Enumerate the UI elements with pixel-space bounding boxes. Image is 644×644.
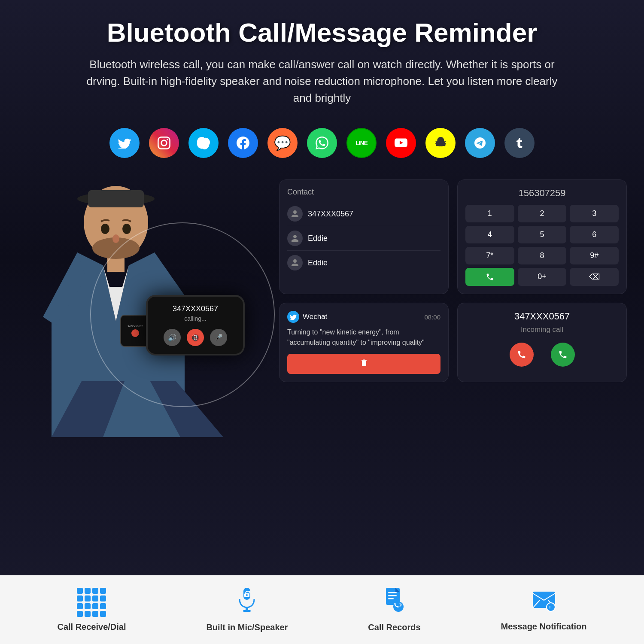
telegram-icon[interactable] [465, 128, 495, 158]
message-app-icon[interactable]: 💬 [267, 128, 298, 158]
svg-text:!: ! [549, 605, 551, 610]
incoming-decline-btn[interactable] [510, 343, 534, 367]
dialer-key-1[interactable]: 1 [465, 205, 514, 222]
svg-point-7 [112, 234, 119, 243]
watch-action-buttons: 🔊 📵 🎤 [154, 329, 237, 346]
dialer-key-4[interactable]: 4 [465, 226, 514, 243]
tumblr-icon[interactable] [504, 128, 535, 158]
contact-avatar-1 [287, 206, 303, 222]
bottom-item-mic-speaker: Built in Mic/Speaker [206, 587, 288, 632]
incoming-label: Incoming call [465, 325, 619, 334]
contact-panel: Contact 347XXX0567 Eddie [279, 179, 449, 294]
wechat-delete-btn[interactable] [287, 354, 440, 374]
svg-rect-10 [243, 610, 251, 612]
dialer-key-2[interactable]: 2 [518, 205, 567, 222]
wechat-time: 08:00 [424, 313, 440, 321]
page-content: Bluetooth Call/Message Reminder Bluetoot… [0, 0, 644, 644]
contact-name-3: Eddie [308, 258, 328, 267]
main-watch-display: 347XXX0567 calling... 🔊 📵 🎤 [146, 295, 245, 355]
watch-calling-status: calling... [154, 315, 237, 322]
message-notification-icon: ! [531, 588, 557, 617]
bottom-item-call-dial: Call Receive/Dial [57, 588, 126, 632]
main-content: 347XXX0567 347XXX0567 calling... 🔊 📵 🎤 [0, 167, 644, 575]
bottom-item-message-notification: ! Message Notification [501, 588, 586, 632]
bottom-label-mic-speaker: Built in Mic/Speaker [206, 623, 288, 632]
incoming-number: 347XXX0567 [465, 311, 619, 322]
dialer-call-btn[interactable] [465, 268, 514, 286]
watch-caller-number: 347XXX0567 [154, 304, 237, 313]
left-column: 347XXX0567 347XXX0567 calling... 🔊 📵 🎤 [17, 167, 266, 575]
person-photo: 347XXX0567 347XXX0567 calling... 🔊 📵 🎤 [17, 167, 266, 433]
youtube-icon[interactable] [386, 128, 416, 158]
svg-point-6 [122, 224, 131, 234]
dialer-key-9[interactable]: 9# [570, 247, 619, 264]
wechat-header: Wechat 08:00 [287, 311, 440, 323]
contact-item-1[interactable]: 347XXX0567 [287, 202, 440, 226]
contact-name-2: Eddie [308, 234, 328, 243]
bottom-bar: Call Receive/Dial Built in Mic/Speaker [0, 575, 644, 644]
page-description: Bluetooth wireless call, you can make ca… [86, 56, 558, 106]
wechat-app-name: Wechat [303, 313, 327, 321]
incoming-call-buttons [465, 343, 619, 367]
instagram-icon[interactable] [149, 128, 179, 158]
snapchat-icon[interactable] [425, 128, 456, 158]
contact-name-1: 347XXX0567 [308, 210, 353, 219]
incoming-call-panel: 347XXX0567 Incoming call [457, 303, 627, 382]
bottom-label-message-notification: Message Notification [501, 622, 586, 632]
right-column: Contact 347XXX0567 Eddie [279, 167, 627, 575]
contact-item-3[interactable]: Eddie [287, 251, 440, 275]
dialer-key-5[interactable]: 5 [518, 226, 567, 243]
dialer-key-7[interactable]: 7* [465, 247, 514, 264]
page-title: Bluetooth Call/Message Reminder [86, 17, 558, 48]
incoming-accept-btn[interactable] [551, 343, 575, 367]
watch-speaker-btn[interactable]: 🔊 [164, 329, 181, 346]
watch-mic-btn[interactable]: 🎤 [210, 329, 227, 346]
panels-row-2: Wechat 08:00 Turning to "new kinetic ene… [279, 303, 627, 382]
svg-rect-2 [88, 190, 144, 207]
skype-icon[interactable] [188, 128, 219, 158]
svg-rect-16 [388, 598, 394, 599]
svg-point-5 [101, 224, 109, 234]
panels-row-1: Contact 347XXX0567 Eddie [279, 179, 627, 294]
dialer-key-0[interactable]: 0+ [518, 268, 567, 286]
dialer-grid: 1 2 3 4 5 6 7* 8 9# 0+ ⌫ [465, 205, 619, 286]
svg-rect-14 [388, 592, 397, 593]
bottom-item-call-records: Call Records [368, 587, 420, 632]
whatsapp-icon[interactable] [307, 128, 337, 158]
bottom-label-call-records: Call Records [368, 623, 420, 632]
dialer-key-3[interactable]: 3 [570, 205, 619, 222]
dialer-key-6[interactable]: 6 [570, 226, 619, 243]
contact-item-2[interactable]: Eddie [287, 226, 440, 251]
dialer-panel: 156307259 1 2 3 4 5 6 7* 8 9# [457, 179, 627, 294]
contact-avatar-3 [287, 255, 303, 270]
facebook-icon[interactable] [228, 128, 258, 158]
social-icons-row: 💬 LINE [109, 128, 535, 158]
bottom-label-call-dial: Call Receive/Dial [57, 622, 126, 632]
call-records-icon [383, 587, 405, 617]
header-section: Bluetooth Call/Message Reminder Bluetoot… [60, 0, 584, 115]
wechat-app-icon [287, 311, 299, 323]
ww-number: 347XXX0567 [128, 325, 143, 328]
svg-rect-15 [388, 595, 397, 596]
watch-decline-btn[interactable]: 📵 [187, 329, 204, 346]
svg-point-19 [547, 603, 555, 611]
line-icon[interactable]: LINE [346, 128, 377, 158]
contact-panel-title: Contact [287, 188, 440, 197]
call-dial-icon [77, 588, 106, 617]
dialer-number: 156307259 [465, 188, 619, 199]
contact-avatar-2 [287, 231, 303, 246]
mic-speaker-icon [236, 587, 258, 617]
svg-point-12 [246, 594, 248, 596]
dialer-del-btn[interactable]: ⌫ [570, 268, 619, 286]
ww-decline-btn [131, 329, 139, 337]
twitter-icon[interactable] [109, 128, 140, 158]
wechat-panel: Wechat 08:00 Turning to "new kinetic ene… [279, 303, 449, 382]
dialer-key-8[interactable]: 8 [518, 247, 567, 264]
wechat-message: Turning to "new kinetic energy", from "a… [287, 327, 440, 348]
